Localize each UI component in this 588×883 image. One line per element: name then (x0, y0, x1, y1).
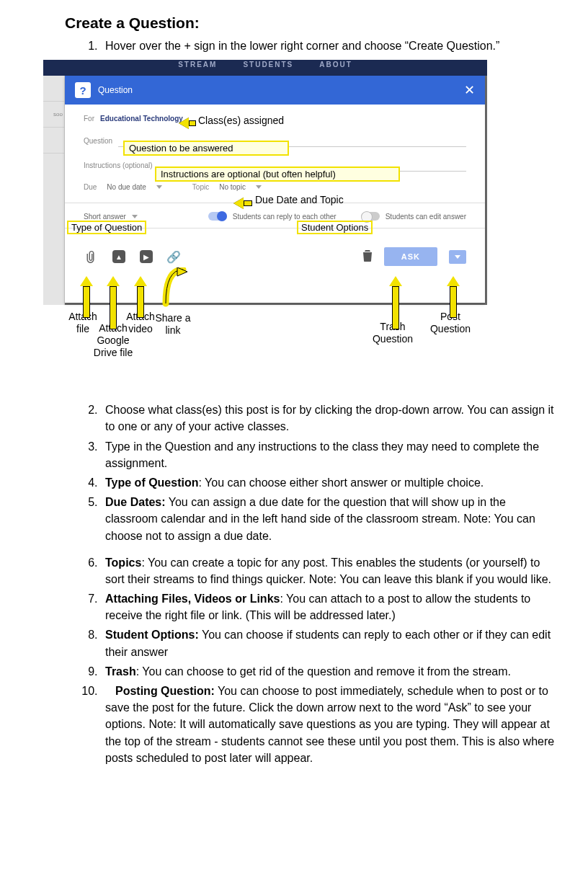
due-value[interactable]: No due date (107, 183, 146, 191)
left-sidebar: soo (43, 76, 65, 305)
anno-classes: Class(es) assigned (198, 115, 284, 126)
question-type-select[interactable]: Short answer (84, 213, 126, 221)
anno-student-options: Student Options (297, 221, 373, 234)
step-9: Trash: You can choose to get rid of the … (101, 663, 559, 680)
lbl-share-link: Share a link (151, 312, 195, 337)
step-10: Posting Question: You can choose to post… (101, 683, 559, 766)
top-nav: STREAM STUDENTS ABOUT (43, 60, 487, 76)
arrow-attach-drive (107, 276, 120, 329)
topic-label: Topic (192, 183, 209, 191)
step-4: Type of Question: You can choose either … (101, 474, 559, 491)
for-label: For (84, 115, 94, 123)
step-5: Due Dates: You can assign a due date for… (101, 494, 559, 544)
close-icon[interactable]: ✕ (464, 82, 475, 98)
toggle-reply[interactable] (208, 212, 227, 221)
card-header: ? Question ✕ (65, 76, 485, 105)
card-header-label: Question (98, 85, 133, 95)
page-title: Create a Question: (65, 14, 559, 32)
step-3: Type in the Question and any instruction… (101, 438, 559, 471)
attach-drive-icon[interactable]: ▲ (111, 249, 127, 265)
anno-type-of-question: Type of Question (67, 221, 146, 234)
arrow-post (447, 276, 460, 318)
app-frame: STREAM STUDENTS ABOUT soo ? Question ✕ F… (43, 60, 487, 305)
step-6: Topics: You can create a topic for any p… (101, 554, 559, 587)
anno-question-box: Question to be answered (123, 141, 289, 156)
question-mark-icon: ? (75, 82, 91, 98)
toggle-edit[interactable] (361, 212, 380, 221)
edit-toggle-label: Students can edit answer (386, 213, 466, 221)
attach-link-icon[interactable]: 🔗 (166, 249, 182, 265)
arrow-trash (389, 276, 402, 329)
question-card: ? Question ✕ For Educational Technology … (65, 76, 485, 303)
step-2: Choose what class(es) this post is for b… (101, 401, 559, 435)
arrow-attach-file (80, 276, 93, 318)
ask-dropdown-icon[interactable] (449, 250, 466, 264)
trash-icon[interactable] (362, 250, 373, 264)
steps-list: Hover over the + sign in the lower right… (65, 37, 559, 54)
step-1: Hover over the + sign in the lower right… (101, 37, 559, 54)
anno-instructions-box: Instructions are optional (but often hel… (155, 167, 400, 182)
arrow-due-topic (233, 198, 252, 209)
question-field-label: Question (84, 137, 112, 145)
attach-video-icon[interactable]: ▶ (138, 249, 154, 265)
topic-value[interactable]: No topic (219, 183, 246, 191)
class-chip[interactable]: Educational Technology (100, 115, 183, 123)
nav-stream[interactable]: STREAM (178, 61, 217, 68)
instructions-field-label: Instructions (optional) (84, 161, 153, 169)
nav-students[interactable]: STUDENTS (243, 61, 293, 68)
reply-toggle-label: Students can reply to each other (233, 213, 337, 221)
qtype-dropdown-icon[interactable] (132, 215, 138, 218)
ask-button[interactable]: ASK (384, 247, 437, 266)
arrow-classes (179, 117, 196, 129)
due-label: Due (84, 183, 97, 191)
figure: STREAM STUDENTS ABOUT soo ? Question ✕ F… (43, 60, 490, 391)
arrow-attach-video (134, 276, 147, 318)
step-7: Attaching Files, Videos or Links: You ca… (101, 590, 559, 624)
nav-about[interactable]: ABOUT (319, 61, 352, 68)
step-8: Student Options: You can choose if stude… (101, 626, 559, 660)
due-dropdown-icon[interactable] (156, 185, 162, 189)
anno-due-topic: Due Date and Topic (255, 194, 344, 205)
topic-dropdown-icon[interactable] (256, 185, 262, 189)
attach-file-icon[interactable] (84, 249, 99, 265)
steps-list-2: Choose what class(es) this post is for b… (65, 401, 559, 766)
arrow-share-link-curve (161, 267, 190, 311)
